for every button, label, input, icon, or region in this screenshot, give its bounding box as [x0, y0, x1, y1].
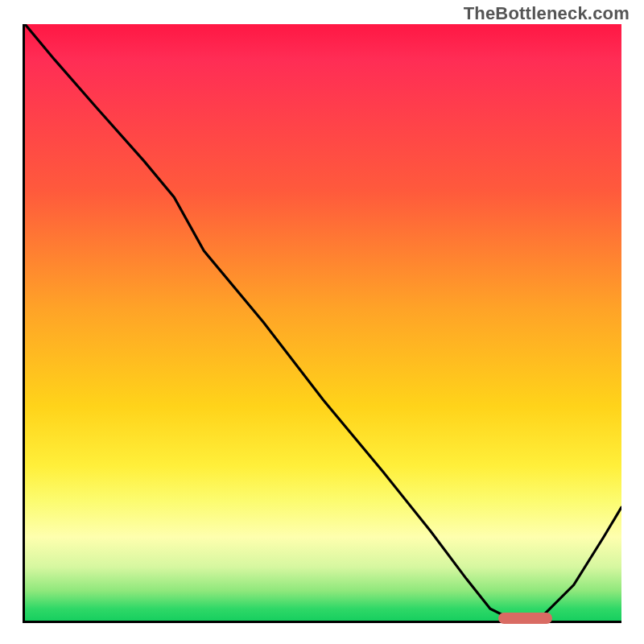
optimal-range-marker [498, 613, 552, 624]
line-series [25, 24, 621, 621]
plot-area [23, 24, 621, 623]
watermark-text: TheBottleneck.com [464, 3, 630, 24]
chart-container: TheBottleneck.com [0, 0, 644, 644]
bottleneck-curve-path [25, 24, 621, 621]
